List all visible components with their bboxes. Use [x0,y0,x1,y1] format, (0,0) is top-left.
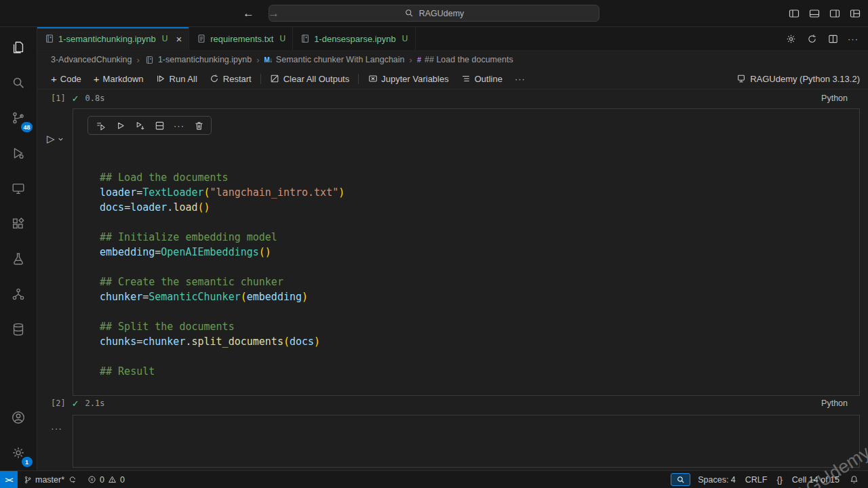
clear-outputs-icon [270,74,280,84]
activity-search[interactable] [0,65,37,100]
tab-bar: 1-semantichunking.ipynb U × requirements… [37,27,868,51]
breadcrumb-heading[interactable]: # ## Load the documents [417,55,513,64]
cell-status: [2] ✓ 2.1s Python [37,396,868,411]
search-icon [675,474,686,485]
activity-extensions[interactable] [0,206,37,241]
run-all-button[interactable]: Run All [151,72,203,86]
output-more-actions-icon[interactable]: ··· [51,423,62,434]
vscode-window: ← → RAGUdemy [0,0,868,488]
account-icon [11,410,26,425]
kernel-picker[interactable]: RAGUdemy (Python 3.13.2) [736,74,860,84]
search-icon [404,8,414,18]
restart-button[interactable]: Restart [204,72,257,86]
sync-icon[interactable] [806,33,818,45]
code-editor[interactable]: ## Load the documentsloader=TextLoader("… [73,109,859,396]
gear-icon[interactable] [785,33,797,45]
split-cell-icon[interactable] [151,117,168,134]
search-icon [11,75,26,90]
toolbar-more-icon[interactable]: ··· [509,72,531,86]
back-button[interactable]: ← [243,7,254,20]
execution-time: 2.1s [85,399,105,408]
breadcrumb-file[interactable]: 1-semantichunking.ipynb [144,55,252,65]
testing-flask-icon [11,251,26,266]
language-mode-status[interactable]: {} [772,471,787,488]
code-lines: ## Load the documentsloader=TextLoader("… [100,170,859,396]
history-nav: ← → [243,7,279,20]
tab-requirements[interactable]: requirements.txt U [189,27,293,50]
cell-language-picker[interactable]: Python [821,399,848,408]
execution-count: [2] [51,399,66,408]
output-lines: chunk 1:LangChain is a framework for bui… [79,450,854,468]
git-branch-status[interactable]: master* [18,471,82,488]
split-editor-icon[interactable] [827,33,839,45]
activity-source-control[interactable]: 48 [0,100,37,136]
activity-testing[interactable] [0,241,37,277]
breadcrumb-folder[interactable]: 3-AdvancedChunking [51,55,132,64]
text-file-icon [196,34,206,44]
jupyter-variables-button[interactable]: Jupyter Variables [362,72,454,86]
activity-account[interactable] [0,400,37,435]
restart-icon [210,74,220,84]
scm-badge: 48 [21,122,32,132]
search-highlight-chip[interactable] [671,473,690,486]
breadcrumb-markdown-cell[interactable]: M↓ Semantic chunker With Langchain [264,55,405,64]
activity-connections[interactable] [0,277,37,312]
kernel-icon [736,74,746,84]
notebook-icon [144,55,155,65]
toggle-sidebar-icon[interactable] [788,7,800,20]
bell-icon [849,474,859,485]
branch-icon [22,474,33,485]
notifications-bell[interactable] [844,471,864,488]
activity-manage[interactable]: 1 [0,435,37,470]
git-status-badge: U [402,34,408,43]
tab-semantichunking[interactable]: 1-semantichunking.ipynb U × [37,27,189,50]
activity-explorer[interactable] [0,30,37,65]
command-center-search[interactable]: RAGUdemy [269,5,599,22]
cell-output: chunk 1:LangChain is a framework for bui… [73,415,860,468]
run-by-line-icon[interactable] [92,117,109,134]
activity-run-debug[interactable] [0,136,37,171]
forward-button[interactable]: → [268,7,279,20]
activity-remote-explorer[interactable] [0,171,37,206]
run-all-icon [156,74,166,84]
add-code-cell-button[interactable]: + Code [45,72,87,86]
database-icon [11,322,26,337]
delete-cell-icon[interactable] [190,117,208,134]
branch-name: master* [35,475,64,485]
plus-icon: + [51,74,57,84]
customize-layout-icon[interactable] [849,7,861,20]
run-cell-icon[interactable] [111,117,129,134]
markdown-icon: M↓ [264,56,273,64]
run-below-icon[interactable] [131,117,149,134]
command-center-text: RAGUdemy [419,9,465,18]
add-markdown-cell-button[interactable]: + Markdown [88,72,149,86]
remote-indicator[interactable]: >< [0,471,18,488]
problems-status[interactable]: 0 0 [82,471,130,488]
cell-more-actions-icon[interactable]: ··· [170,117,188,134]
success-check-icon: ✓ [72,399,79,409]
status-bar-right: Spaces: 4 CRLF {} Cell 14 of 15 [671,471,868,488]
execution-count: [1] [51,94,66,103]
title-bar: ← → RAGUdemy [0,0,868,27]
tab-densesparse[interactable]: 1-densesparse.ipynb U [293,27,415,50]
cell-indicator[interactable]: Cell 14 of 15 [787,471,844,488]
run-cell-button[interactable]: ▷ [47,133,66,145]
tab-label: 1-densesparse.ipynb [314,34,396,44]
close-tab-icon[interactable]: × [176,33,182,45]
connections-icon [11,287,26,302]
chevron-right-icon: › [256,55,259,65]
status-bar: >< master* 0 0 Spaces: 4 CRLF {} Cell 14… [0,470,868,488]
chevron-right-icon: › [410,55,412,65]
clear-all-outputs-button[interactable]: Clear All Outputs [264,72,355,86]
more-actions-icon[interactable]: ··· [848,34,859,44]
activity-database[interactable] [0,312,37,347]
eol-status[interactable]: CRLF [741,471,772,488]
activity-bar: 48 1 [0,27,37,470]
outline-button[interactable]: Outline [456,72,508,86]
toggle-panel-icon[interactable] [808,7,821,20]
code-cell: ··· ## Load the documentsloader=TextLoad… [73,108,860,396]
cell-language-picker[interactable]: Python [821,94,848,103]
toggle-secondary-sidebar-icon[interactable] [829,7,841,20]
indentation-status[interactable]: Spaces: 4 [693,471,741,488]
breadcrumb: 3-AdvancedChunking › 1-semantichunking.i… [37,51,868,68]
